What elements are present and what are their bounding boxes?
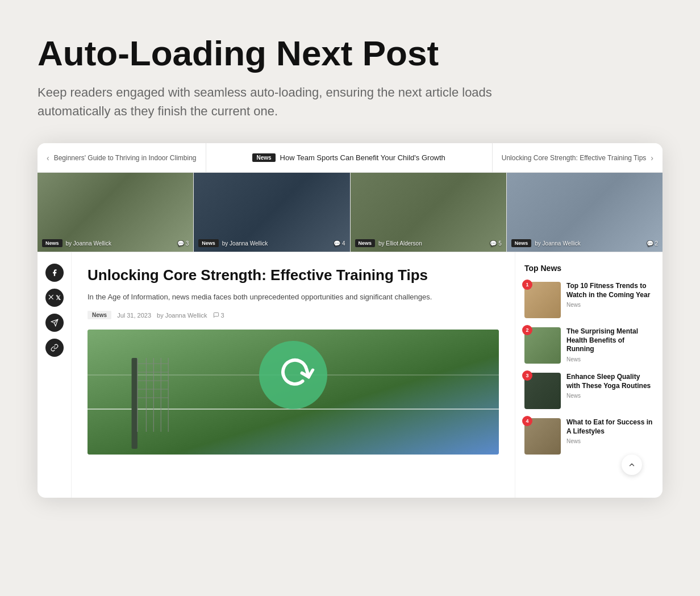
article-main: Unlocking Core Strength: Effective Train… (72, 252, 515, 498)
article-date: Jul 31, 2023 (117, 312, 151, 319)
strip-author-1: by Joanna Wellick (66, 240, 111, 247)
strip-left-2: News by Joanna Wellick (198, 239, 268, 247)
news-thumb-wrap-1: 1 (524, 282, 561, 318)
strip-comments-1: 💬 3 (177, 240, 189, 247)
strip-overlay-3: News by Elliot Alderson 💬 5 (351, 235, 506, 252)
news-item-title-4: What to Eat for Success in A Lifestyles (566, 418, 653, 436)
strip-left-3: News by Elliot Alderson (355, 239, 422, 247)
nav-center-tag: News (252, 153, 275, 162)
news-thumb-wrap-4: 4 (524, 418, 561, 455)
news-item-1[interactable]: 1 Top 10 Fitness Trends to Watch in the … (524, 282, 653, 318)
next-arrow-icon: › (651, 153, 653, 162)
facebook-share-button[interactable] (45, 264, 64, 282)
news-item-tag-4: News (566, 438, 653, 444)
news-thumb-wrap-2: 2 (524, 327, 561, 364)
strip-badge-1: News (42, 239, 63, 247)
nav-next-label: Unlocking Core Strength: Effective Train… (502, 154, 647, 162)
news-item-title-1: Top 10 Fitness Trends to Watch in the Co… (566, 282, 653, 299)
share-sidebar: 𝕏 (38, 252, 72, 498)
scroll-to-top-button[interactable] (622, 455, 642, 475)
strip-comments-3: 💬 5 (490, 240, 501, 247)
article-author: by Joanna Wellick (157, 312, 207, 319)
strip-left-1: News by Joanna Wellick (42, 239, 111, 247)
news-item-2[interactable]: 2 The Surprising Mental Health Benefits … (524, 327, 653, 364)
nav-bar: ‹ Beginners' Guide to Thriving in Indoor… (38, 143, 663, 173)
strip-left-4: News by Joanna Wellick (511, 239, 581, 247)
strip-author-3: by Elliot Alderson (378, 240, 422, 247)
nav-prev[interactable]: ‹ Beginners' Guide to Thriving in Indoor… (38, 143, 206, 172)
strip-item-2: News by Joanna Wellick 💬 4 (194, 173, 350, 252)
news-item-title-3: Enhance Sleep Quality with These Yoga Ro… (566, 373, 653, 390)
strip-overlay-2: News by Joanna Wellick 💬 4 (194, 235, 349, 252)
strip-badge-3: News (355, 239, 376, 247)
strip-author-2: by Joanna Wellick (222, 240, 268, 247)
browser-mockup: ‹ Beginners' Guide to Thriving in Indoor… (38, 143, 663, 498)
article-excerpt: In the Age of Information, news media fa… (88, 291, 499, 303)
news-info-4: What to Eat for Success in A Lifestyles … (566, 418, 653, 444)
loading-overlay (259, 341, 327, 409)
sidebar-title: Top News (524, 264, 653, 273)
strip-comments-2: 💬 4 (334, 240, 345, 247)
nav-center-title: How Team Sports Can Benefit Your Child's… (280, 153, 445, 162)
strip-comments-4: 💬 2 (647, 240, 658, 247)
strip-author-4: by Joanna Wellick (535, 240, 580, 247)
news-item-tag-1: News (566, 302, 653, 308)
article-tag: News (88, 311, 111, 319)
news-info-3: Enhance Sleep Quality with These Yoga Ro… (566, 373, 653, 399)
page-subtitle: Keep readers engaged with seamless auto-… (38, 83, 549, 120)
article-meta: News Jul 31, 2023 by Joanna Wellick 3 (88, 311, 499, 319)
strip-item-1: News by Joanna Wellick 💬 3 (38, 173, 194, 252)
nav-prev-label: Beginners' Guide to Thriving in Indoor C… (54, 154, 197, 162)
article-comments: 3 (213, 312, 224, 319)
strip-item-3: News by Elliot Alderson 💬 5 (351, 173, 507, 252)
strip-badge-4: News (511, 239, 532, 247)
news-item-3[interactable]: 3 Enhance Sleep Quality with These Yoga … (524, 373, 653, 409)
news-info-1: Top 10 Fitness Trends to Watch in the Co… (566, 282, 653, 308)
strip-item-4: News by Joanna Wellick 💬 2 (507, 173, 663, 252)
nav-center: News How Team Sports Can Benefit Your Ch… (206, 153, 492, 162)
news-item-tag-2: News (566, 356, 653, 362)
news-thumb-wrap-3: 3 (524, 373, 561, 409)
telegram-share-button[interactable] (45, 314, 64, 332)
news-item-tag-3: News (566, 393, 653, 399)
refresh-icon (268, 351, 318, 399)
article-title: Unlocking Core Strength: Effective Train… (88, 266, 499, 285)
twitter-share-button[interactable]: 𝕏 (45, 289, 64, 307)
main-content: 𝕏 Unlocking Core Strength: Effective Tra… (38, 252, 663, 498)
prev-arrow-icon: ‹ (47, 153, 49, 162)
strip-badge-2: News (198, 239, 219, 247)
page-title: Auto-Loading Next Post (38, 34, 663, 73)
news-item-4[interactable]: 4 What to Eat for Success in A Lifestyle… (524, 418, 653, 455)
news-info-2: The Surprising Mental Health Benefits of… (566, 327, 653, 362)
right-sidebar: Top News 1 Top 10 Fitness Trends to Watc… (515, 252, 663, 498)
news-item-title-2: The Surprising Mental Health Benefits of… (566, 327, 653, 354)
copy-link-button[interactable] (45, 339, 64, 357)
image-strip: News by Joanna Wellick 💬 3 News by Joann… (38, 173, 663, 252)
strip-overlay-4: News by Joanna Wellick 💬 2 (507, 235, 663, 252)
svg-rect-5 (132, 358, 138, 449)
nav-next[interactable]: Unlocking Core Strength: Effective Train… (492, 143, 663, 172)
page-wrapper: Auto-Loading Next Post Keep readers enga… (38, 34, 663, 498)
strip-overlay-1: News by Joanna Wellick 💬 3 (38, 235, 193, 252)
